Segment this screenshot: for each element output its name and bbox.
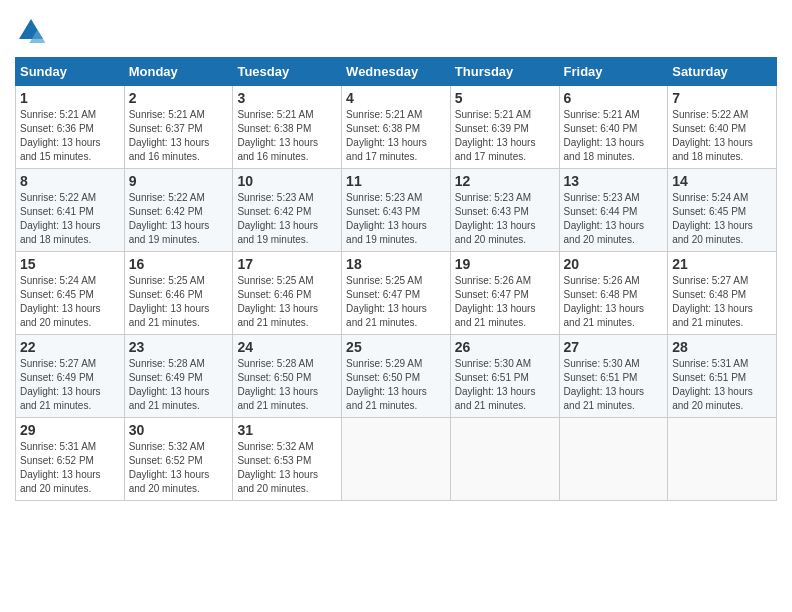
day-number: 11	[346, 173, 446, 189]
day-info: Sunrise: 5:21 AM Sunset: 6:38 PM Dayligh…	[237, 108, 337, 164]
day-number: 12	[455, 173, 555, 189]
day-info: Sunrise: 5:22 AM Sunset: 6:41 PM Dayligh…	[20, 191, 120, 247]
day-number: 31	[237, 422, 337, 438]
calendar-cell: 23 Sunrise: 5:28 AM Sunset: 6:49 PM Dayl…	[124, 335, 233, 418]
day-number: 25	[346, 339, 446, 355]
calendar-cell: 5 Sunrise: 5:21 AM Sunset: 6:39 PM Dayli…	[450, 86, 559, 169]
day-info: Sunrise: 5:32 AM Sunset: 6:52 PM Dayligh…	[129, 440, 229, 496]
calendar-cell: 15 Sunrise: 5:24 AM Sunset: 6:45 PM Dayl…	[16, 252, 125, 335]
calendar-cell: 28 Sunrise: 5:31 AM Sunset: 6:51 PM Dayl…	[668, 335, 777, 418]
calendar-cell: 17 Sunrise: 5:25 AM Sunset: 6:46 PM Dayl…	[233, 252, 342, 335]
day-info: Sunrise: 5:29 AM Sunset: 6:50 PM Dayligh…	[346, 357, 446, 413]
week-row-4: 22 Sunrise: 5:27 AM Sunset: 6:49 PM Dayl…	[16, 335, 777, 418]
calendar-cell: 22 Sunrise: 5:27 AM Sunset: 6:49 PM Dayl…	[16, 335, 125, 418]
day-info: Sunrise: 5:23 AM Sunset: 6:44 PM Dayligh…	[564, 191, 664, 247]
col-header-saturday: Saturday	[668, 58, 777, 86]
page-header	[15, 15, 777, 47]
calendar-cell: 4 Sunrise: 5:21 AM Sunset: 6:38 PM Dayli…	[342, 86, 451, 169]
day-info: Sunrise: 5:25 AM Sunset: 6:46 PM Dayligh…	[129, 274, 229, 330]
day-info: Sunrise: 5:27 AM Sunset: 6:49 PM Dayligh…	[20, 357, 120, 413]
calendar-cell: 14 Sunrise: 5:24 AM Sunset: 6:45 PM Dayl…	[668, 169, 777, 252]
week-row-3: 15 Sunrise: 5:24 AM Sunset: 6:45 PM Dayl…	[16, 252, 777, 335]
day-number: 30	[129, 422, 229, 438]
day-number: 15	[20, 256, 120, 272]
calendar-cell	[342, 418, 451, 501]
calendar-cell	[559, 418, 668, 501]
day-number: 22	[20, 339, 120, 355]
day-info: Sunrise: 5:26 AM Sunset: 6:48 PM Dayligh…	[564, 274, 664, 330]
calendar-cell: 9 Sunrise: 5:22 AM Sunset: 6:42 PM Dayli…	[124, 169, 233, 252]
col-header-tuesday: Tuesday	[233, 58, 342, 86]
calendar-cell: 20 Sunrise: 5:26 AM Sunset: 6:48 PM Dayl…	[559, 252, 668, 335]
day-info: Sunrise: 5:31 AM Sunset: 6:52 PM Dayligh…	[20, 440, 120, 496]
day-number: 24	[237, 339, 337, 355]
calendar-cell: 27 Sunrise: 5:30 AM Sunset: 6:51 PM Dayl…	[559, 335, 668, 418]
day-number: 2	[129, 90, 229, 106]
calendar-cell	[450, 418, 559, 501]
day-info: Sunrise: 5:21 AM Sunset: 6:37 PM Dayligh…	[129, 108, 229, 164]
col-header-sunday: Sunday	[16, 58, 125, 86]
day-number: 10	[237, 173, 337, 189]
day-number: 23	[129, 339, 229, 355]
day-info: Sunrise: 5:27 AM Sunset: 6:48 PM Dayligh…	[672, 274, 772, 330]
day-number: 13	[564, 173, 664, 189]
day-info: Sunrise: 5:21 AM Sunset: 6:38 PM Dayligh…	[346, 108, 446, 164]
calendar-cell: 25 Sunrise: 5:29 AM Sunset: 6:50 PM Dayl…	[342, 335, 451, 418]
calendar-cell: 16 Sunrise: 5:25 AM Sunset: 6:46 PM Dayl…	[124, 252, 233, 335]
calendar-cell: 3 Sunrise: 5:21 AM Sunset: 6:38 PM Dayli…	[233, 86, 342, 169]
day-number: 1	[20, 90, 120, 106]
day-info: Sunrise: 5:21 AM Sunset: 6:36 PM Dayligh…	[20, 108, 120, 164]
calendar-cell: 10 Sunrise: 5:23 AM Sunset: 6:42 PM Dayl…	[233, 169, 342, 252]
day-number: 18	[346, 256, 446, 272]
week-row-1: 1 Sunrise: 5:21 AM Sunset: 6:36 PM Dayli…	[16, 86, 777, 169]
day-info: Sunrise: 5:23 AM Sunset: 6:42 PM Dayligh…	[237, 191, 337, 247]
day-info: Sunrise: 5:22 AM Sunset: 6:42 PM Dayligh…	[129, 191, 229, 247]
day-number: 9	[129, 173, 229, 189]
day-info: Sunrise: 5:22 AM Sunset: 6:40 PM Dayligh…	[672, 108, 772, 164]
day-number: 8	[20, 173, 120, 189]
calendar-table: SundayMondayTuesdayWednesdayThursdayFrid…	[15, 57, 777, 501]
day-number: 3	[237, 90, 337, 106]
day-number: 21	[672, 256, 772, 272]
calendar-cell: 8 Sunrise: 5:22 AM Sunset: 6:41 PM Dayli…	[16, 169, 125, 252]
day-info: Sunrise: 5:28 AM Sunset: 6:50 PM Dayligh…	[237, 357, 337, 413]
col-header-monday: Monday	[124, 58, 233, 86]
day-info: Sunrise: 5:24 AM Sunset: 6:45 PM Dayligh…	[672, 191, 772, 247]
calendar-cell: 19 Sunrise: 5:26 AM Sunset: 6:47 PM Dayl…	[450, 252, 559, 335]
day-number: 16	[129, 256, 229, 272]
calendar-cell: 12 Sunrise: 5:23 AM Sunset: 6:43 PM Dayl…	[450, 169, 559, 252]
day-info: Sunrise: 5:30 AM Sunset: 6:51 PM Dayligh…	[564, 357, 664, 413]
day-info: Sunrise: 5:31 AM Sunset: 6:51 PM Dayligh…	[672, 357, 772, 413]
logo-icon	[15, 15, 47, 47]
day-number: 7	[672, 90, 772, 106]
day-number: 5	[455, 90, 555, 106]
calendar-cell: 26 Sunrise: 5:30 AM Sunset: 6:51 PM Dayl…	[450, 335, 559, 418]
week-row-2: 8 Sunrise: 5:22 AM Sunset: 6:41 PM Dayli…	[16, 169, 777, 252]
header-row: SundayMondayTuesdayWednesdayThursdayFrid…	[16, 58, 777, 86]
day-number: 26	[455, 339, 555, 355]
calendar-cell: 29 Sunrise: 5:31 AM Sunset: 6:52 PM Dayl…	[16, 418, 125, 501]
calendar-cell: 6 Sunrise: 5:21 AM Sunset: 6:40 PM Dayli…	[559, 86, 668, 169]
calendar-cell	[668, 418, 777, 501]
day-info: Sunrise: 5:28 AM Sunset: 6:49 PM Dayligh…	[129, 357, 229, 413]
day-info: Sunrise: 5:32 AM Sunset: 6:53 PM Dayligh…	[237, 440, 337, 496]
day-number: 17	[237, 256, 337, 272]
day-info: Sunrise: 5:24 AM Sunset: 6:45 PM Dayligh…	[20, 274, 120, 330]
col-header-wednesday: Wednesday	[342, 58, 451, 86]
calendar-cell: 18 Sunrise: 5:25 AM Sunset: 6:47 PM Dayl…	[342, 252, 451, 335]
day-info: Sunrise: 5:25 AM Sunset: 6:47 PM Dayligh…	[346, 274, 446, 330]
logo	[15, 15, 51, 47]
day-info: Sunrise: 5:23 AM Sunset: 6:43 PM Dayligh…	[346, 191, 446, 247]
day-number: 27	[564, 339, 664, 355]
calendar-cell: 2 Sunrise: 5:21 AM Sunset: 6:37 PM Dayli…	[124, 86, 233, 169]
day-info: Sunrise: 5:26 AM Sunset: 6:47 PM Dayligh…	[455, 274, 555, 330]
day-number: 6	[564, 90, 664, 106]
day-number: 14	[672, 173, 772, 189]
calendar-cell: 24 Sunrise: 5:28 AM Sunset: 6:50 PM Dayl…	[233, 335, 342, 418]
day-number: 28	[672, 339, 772, 355]
calendar-cell: 31 Sunrise: 5:32 AM Sunset: 6:53 PM Dayl…	[233, 418, 342, 501]
calendar-cell: 13 Sunrise: 5:23 AM Sunset: 6:44 PM Dayl…	[559, 169, 668, 252]
calendar-cell: 21 Sunrise: 5:27 AM Sunset: 6:48 PM Dayl…	[668, 252, 777, 335]
day-info: Sunrise: 5:23 AM Sunset: 6:43 PM Dayligh…	[455, 191, 555, 247]
col-header-thursday: Thursday	[450, 58, 559, 86]
